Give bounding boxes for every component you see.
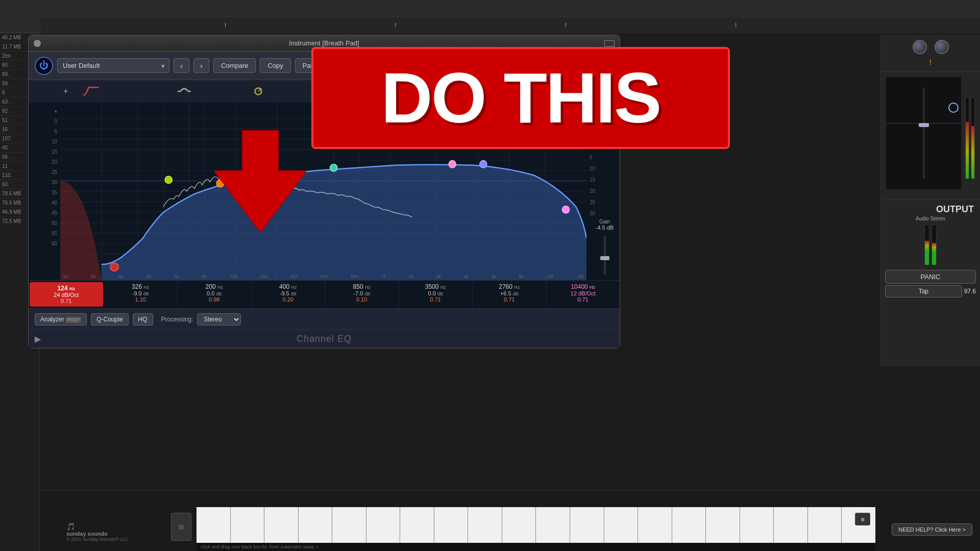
channel-eq-footer: ▶ Channel EQ [29,330,620,348]
output-label: OUTPUT [885,204,976,215]
key-w13[interactable] [604,507,639,543]
band2-icon[interactable] [173,82,195,101]
svg-point-38 [562,206,569,213]
key-w3[interactable] [264,507,299,543]
freq-60: 60 [174,274,179,279]
key-w15[interactable] [672,507,706,543]
titlebar-collapse-btn[interactable] [604,40,615,46]
keyboard-left-control[interactable]: ⊟ [171,513,191,541]
key-w4[interactable] [299,507,333,543]
key-w18[interactable] [774,507,808,543]
key-w6[interactable] [366,507,401,543]
fader-track-vertical[interactable] [923,87,925,179]
tonic-automator-bar[interactable]: Click and drag over black box for Tonic … [197,543,875,551]
band5-q: 0.10 [328,296,396,303]
freq-6k: 6k [492,274,497,279]
band8-info[interactable]: 10400 Hz 12 dB/Oct 0.71 [547,281,620,308]
vu-meters [965,77,975,179]
key-w1[interactable] [197,507,231,543]
band1-info[interactable]: 124 Hz 24 dB/Oct 0.71 [30,282,103,307]
play-button[interactable]: ▶ [35,334,41,344]
freq-40: 40 [118,274,124,279]
freq-20k: 20k [576,274,584,279]
band1-icon[interactable] [78,82,101,101]
svg-point-31 [110,263,118,271]
back-button[interactable]: ‹ [174,58,189,73]
band5-info[interactable]: 850 Hz -7.0 dB 0.10 [325,281,399,308]
key-w7[interactable] [400,507,434,543]
panic-button[interactable]: PANIC [885,270,976,284]
svg-point-35 [330,164,337,171]
key-w12[interactable] [570,507,604,543]
q-couple-button[interactable]: Q-Couple [91,313,128,325]
tap-button[interactable]: Tap [885,285,962,297]
svg-point-33 [165,176,172,183]
band3-info[interactable]: 200 Hz 0.0 dB 0.98 [178,281,252,308]
knob1[interactable] [913,40,927,54]
key-w14[interactable] [638,507,672,543]
do-this-text: DO THIS [381,62,660,134]
preset-dropdown[interactable]: User Default ▾ [57,58,169,73]
band4-info[interactable]: 400 Hz -9.5 dB 0.20 [252,281,326,308]
band3-icon[interactable] [247,82,270,101]
key-w11[interactable] [536,507,570,543]
key-w2[interactable] [231,507,265,543]
band2-param1: -9.0 dB [107,290,175,296]
audio-stereo-label: Audio Stereo [885,216,976,221]
key-w10[interactable] [502,507,536,543]
band2-q: 1.10 [107,296,175,303]
band6-param1: 0.0 dB [402,290,470,296]
band7-info[interactable]: 2760 Hz +6.5 dB 0.71 [473,281,547,308]
fader-thumb-vertical[interactable] [919,123,929,127]
logo-icon: 🎵 [66,522,75,531]
freq-200: 200 [260,274,267,279]
white-keys-row [197,507,875,543]
key-w17[interactable] [740,507,774,543]
band3-freq: 200 Hz [181,283,248,290]
db-15: 15 [52,146,57,157]
gain-fader-thumb[interactable] [600,256,609,260]
post-badge: POST [66,317,82,323]
fader-container[interactable] [886,77,961,189]
hq-button[interactable]: HQ [133,313,153,325]
need-help-button[interactable]: NEED HELP? Click Here > [892,523,972,536]
daw-bottom-area: 🎵 sunday sounds © 2021 Sunday Sounds® LL… [0,490,980,551]
band2-info[interactable]: 326 Hz -9.0 dB 1.10 [104,281,178,308]
dropdown-arrow: ▾ [161,62,165,69]
key-w19[interactable] [808,507,842,543]
key-w9[interactable] [468,507,502,543]
knob2[interactable] [935,40,949,54]
right-top-controls: ! [881,35,980,72]
forward-button[interactable]: › [193,58,209,73]
freq-4k: 4k [464,274,469,279]
gain-label-area: Gain -4.5 dB [590,219,620,236]
power-button[interactable]: ⏻ [35,57,53,75]
keyboard-container[interactable] [197,507,875,543]
gain-fader-track[interactable] [604,236,606,275]
piano-keys[interactable] [197,507,875,543]
compare-button[interactable]: Compare [213,58,256,73]
titlebar-close-btn[interactable] [34,40,41,47]
band-info-row: 124 Hz 24 dB/Oct 0.71 326 Hz -9.0 dB 1.1… [29,280,620,308]
band4-freq: 400 Hz [255,283,322,290]
freq-20: 20 [63,274,68,279]
analyzer-button[interactable]: AnalyzerPOST [35,313,87,325]
svg-marker-39 [214,130,306,232]
fader-section [881,72,980,199]
copy-button[interactable]: Copy [260,58,290,73]
key-w16[interactable] [706,507,740,543]
timeline-markers: ! ! ! ! [41,18,980,33]
band4-param1: -9.5 dB [255,290,322,296]
db-35: 35 [52,187,57,197]
output-vu-fill-left [925,241,929,265]
freq-8k: 8k [519,274,524,279]
freq-50: 50 [146,274,151,279]
key-w5[interactable] [332,507,366,543]
svg-point-37 [449,161,456,168]
control-icon: ◼ [861,516,865,522]
add-band-icon[interactable]: + [63,87,68,96]
band6-info[interactable]: 3500 Hz 0.0 dB 0.71 [399,281,473,308]
key-w8[interactable] [434,507,469,543]
processing-select[interactable]: Stereo Left Right Mid Side [197,313,241,325]
keyboard-right-icon[interactable]: ◼ [855,513,870,525]
